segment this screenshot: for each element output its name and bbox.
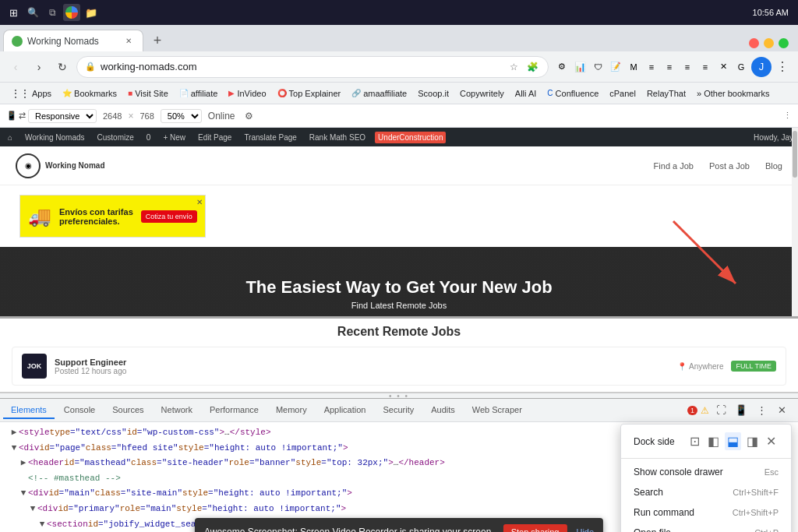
bookmark-confluence[interactable]: C Confluence: [542, 87, 603, 100]
devtools-inspect-icon[interactable]: ⛶: [712, 402, 729, 419]
refresh-button[interactable]: ↻: [53, 58, 72, 76]
devtools-tab-security[interactable]: Security: [375, 402, 422, 419]
ext-icon-6[interactable]: ≡: [643, 58, 660, 76]
bookmark-apps[interactable]: ⋮⋮ Apps: [6, 86, 56, 100]
ext-icon-4[interactable]: 📝: [607, 58, 624, 76]
nav-post-job[interactable]: Post a Job: [709, 161, 750, 171]
devtools-tab-network[interactable]: Network: [154, 402, 200, 419]
viewport-settings-icon[interactable]: ⚙: [242, 109, 256, 123]
taskbar-icon-task[interactable]: ⧉: [44, 4, 61, 21]
ext-icon-10[interactable]: ✕: [715, 58, 732, 76]
taskbar-icon-start[interactable]: ⊞: [5, 4, 22, 21]
ext-icon-9[interactable]: ≡: [697, 58, 714, 76]
devtools-tab-memory[interactable]: Memory: [268, 402, 315, 419]
taskbar-icon-chrome[interactable]: [63, 4, 80, 21]
address-bar-icons: ☆ 🧩: [506, 59, 540, 75]
zoom-select[interactable]: 50%: [161, 109, 202, 123]
devtools-tab-webscraper[interactable]: Web Scraper: [464, 402, 530, 419]
wp-customize[interactable]: Customize: [94, 133, 137, 142]
bookmark-cpanel[interactable]: cPanel: [605, 87, 641, 100]
devtools-tab-audits[interactable]: Audits: [423, 402, 463, 419]
cm-show-console[interactable]: Show console drawer Esc: [621, 462, 791, 482]
devtools-tab-elements[interactable]: Elements: [3, 402, 55, 419]
wp-new[interactable]: + New: [160, 133, 189, 142]
dock-icon-undock[interactable]: ⊡: [687, 432, 702, 450]
ext-icon-3[interactable]: 🛡: [589, 58, 606, 76]
nav-find-job[interactable]: Find a Job: [654, 161, 694, 171]
cm-dock-side[interactable]: Dock side ⊡ ◧ ⬓ ◨ ✕: [621, 428, 791, 455]
bookmark-amaaffiliate[interactable]: 🔗 amaaffiliate: [347, 87, 411, 100]
bookmark-visit-site[interactable]: ■ Visit Site: [123, 87, 173, 100]
preview-scrollbar[interactable]: [792, 128, 798, 316]
viewport-menu-icon[interactable]: ⋮: [783, 111, 792, 121]
ext-icon-1[interactable]: ⚙: [553, 58, 570, 76]
bookmark-other[interactable]: » Other bookmarks: [692, 87, 775, 100]
bookmark-relaythat[interactable]: RelayThat: [642, 87, 690, 100]
ad-cta-button[interactable]: Cotiza tu envío: [141, 210, 197, 223]
devtools-tab-sources[interactable]: Sources: [104, 402, 151, 419]
bookmark-bookmarks[interactable]: ⭐ Bookmarks: [58, 87, 122, 100]
window-minimize-button[interactable]: [764, 38, 774, 48]
cm-search[interactable]: Search Ctrl+Shift+F: [621, 482, 791, 502]
bookmark-invideo[interactable]: ▶ InVideo: [224, 87, 270, 100]
wp-count[interactable]: 0: [143, 133, 154, 142]
taskbar-icon-search[interactable]: 🔍: [24, 4, 41, 21]
window-close-button[interactable]: [749, 38, 759, 48]
elem-toggle-1[interactable]: ▶: [9, 426, 19, 440]
extension-icon[interactable]: 🧩: [524, 59, 540, 75]
tab-close-button[interactable]: ✕: [122, 35, 135, 48]
viewport-mode-select[interactable]: Responsive: [28, 109, 97, 123]
stop-sharing-button[interactable]: Stop sharing: [503, 524, 567, 532]
ext-icon-8[interactable]: ≡: [679, 58, 696, 76]
taskbar-icon-explorer[interactable]: 📁: [83, 4, 100, 21]
nav-blog[interactable]: Blog: [765, 161, 782, 171]
bookmark-alli-ai[interactable]: Alli AI: [510, 87, 542, 100]
devtools-close-icon[interactable]: ✕: [773, 402, 790, 419]
address-bar[interactable]: 🔒 working-nomads.com ☆ 🧩: [76, 56, 549, 78]
dock-icon-right[interactable]: ◨: [744, 432, 761, 450]
bookmark-copywritely[interactable]: Copywritely: [455, 87, 509, 100]
ext-icon-2[interactable]: 📊: [571, 58, 588, 76]
devtools-device-icon[interactable]: 📱: [733, 402, 750, 419]
wp-underconstruction[interactable]: UnderConstruction: [375, 132, 446, 143]
dock-icon-left[interactable]: ◧: [705, 432, 722, 450]
ext-icon-5[interactable]: M: [625, 58, 642, 76]
forward-button[interactable]: ›: [30, 58, 48, 76]
chrome-tab-active[interactable]: Working Nomads ✕: [3, 30, 143, 51]
elem-toggle-6[interactable]: ▼: [37, 518, 47, 532]
wp-translate[interactable]: Translate Page: [241, 133, 299, 142]
elem-attr-1c: id: [127, 426, 137, 440]
devtools-tab-performance[interactable]: Performance: [202, 402, 267, 419]
devtools-more-icon[interactable]: ⋮: [753, 402, 770, 419]
elem-toggle-5[interactable]: ▼: [28, 502, 37, 516]
bookmark-affiliate[interactable]: 📄 affiliate: [175, 87, 223, 100]
chrome-menu-button[interactable]: ⋮: [773, 58, 792, 76]
elem-toggle-4[interactable]: ▼: [19, 487, 28, 501]
cm-run-command[interactable]: Run command Ctrl+Shift+P: [621, 502, 791, 523]
window-maximize-button[interactable]: [779, 38, 789, 48]
profile-button[interactable]: J: [751, 57, 772, 77]
cm-open-file[interactable]: Open file Ctrl+P: [621, 523, 791, 532]
elem-attr-2d: ="hfeed site": [111, 442, 178, 456]
hide-button[interactable]: Hide: [576, 527, 594, 532]
elem-toggle-3[interactable]: ▶: [19, 456, 28, 470]
wp-rank-math[interactable]: Rank Math SEO: [306, 133, 369, 142]
preview-scrollbar-thumb[interactable]: [793, 131, 797, 178]
wp-edit-page[interactable]: Edit Page: [195, 133, 235, 142]
wp-site-name[interactable]: Working Nomads: [22, 133, 88, 142]
bookmark-scoopit[interactable]: Scoop.it: [413, 87, 454, 100]
elem-tag-5: <div: [37, 502, 58, 516]
devtools-tab-application[interactable]: Application: [316, 402, 374, 419]
devtools-tab-console[interactable]: Console: [56, 402, 103, 419]
back-button[interactable]: ‹: [6, 58, 25, 76]
dock-icon-close[interactable]: ✕: [764, 432, 779, 450]
star-icon[interactable]: ☆: [506, 59, 521, 75]
ext-icon-7[interactable]: ≡: [661, 58, 678, 76]
new-tab-button[interactable]: +: [147, 30, 168, 51]
dock-icon-bottom[interactable]: ⬓: [725, 432, 741, 450]
elem-toggle-2[interactable]: ▼: [9, 442, 19, 456]
wp-admin-logo[interactable]: ⌂: [5, 133, 16, 142]
ad-close-button[interactable]: ✕: [196, 198, 203, 206]
bookmark-top-explainer[interactable]: ⭕ Top Explainer: [273, 87, 346, 100]
ext-icon-11[interactable]: G: [733, 58, 750, 76]
